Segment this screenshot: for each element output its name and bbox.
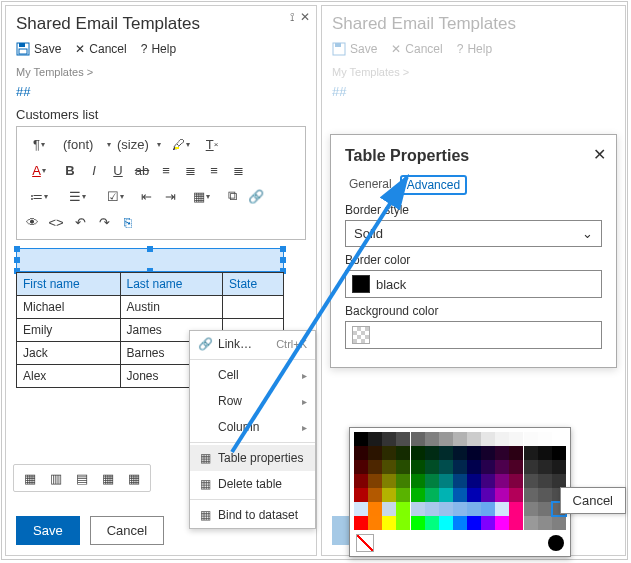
table-header[interactable]: State <box>223 273 284 296</box>
background-color-input[interactable] <box>345 321 602 349</box>
color-swatch[interactable] <box>467 432 481 446</box>
color-swatch[interactable] <box>453 460 467 474</box>
dialog-close-icon[interactable]: ✕ <box>593 145 606 164</box>
color-swatch[interactable] <box>524 432 538 446</box>
picker-cancel-button[interactable]: Cancel <box>560 487 626 514</box>
no-color-icon[interactable] <box>356 534 374 552</box>
color-swatch[interactable] <box>396 446 410 460</box>
color-swatch[interactable] <box>509 474 523 488</box>
color-swatch[interactable] <box>552 432 566 446</box>
color-swatch[interactable] <box>382 460 396 474</box>
bottom-cancel-button[interactable]: Cancel <box>90 516 164 545</box>
color-swatch[interactable] <box>425 516 439 530</box>
color-swatch[interactable] <box>396 460 410 474</box>
bold-button[interactable]: B <box>59 159 81 181</box>
color-swatch[interactable] <box>368 488 382 502</box>
color-swatch[interactable] <box>453 488 467 502</box>
font-color[interactable]: A▾ <box>21 159 57 181</box>
color-swatch[interactable] <box>509 516 523 530</box>
tab-general[interactable]: General <box>345 175 396 195</box>
table-tool-1-icon[interactable]: ▦ <box>20 469 40 487</box>
highlight-color[interactable]: 🖊▾ <box>163 133 199 155</box>
remove-link[interactable]: ⧉ <box>221 185 243 207</box>
color-swatch[interactable] <box>453 516 467 530</box>
strike-button[interactable]: ab <box>131 159 153 181</box>
color-swatch[interactable] <box>411 432 425 446</box>
insert-table[interactable]: ▦▾ <box>183 185 219 207</box>
color-swatch[interactable] <box>439 488 453 502</box>
color-swatch[interactable] <box>538 516 552 530</box>
color-swatch[interactable] <box>396 488 410 502</box>
ctx-delete-table[interactable]: ▦Delete table <box>190 471 315 497</box>
color-swatch[interactable] <box>495 446 509 460</box>
color-swatch[interactable] <box>425 460 439 474</box>
color-swatch[interactable] <box>538 474 552 488</box>
color-swatch[interactable] <box>509 502 523 516</box>
color-swatch[interactable] <box>481 432 495 446</box>
ctx-cell[interactable]: Cell▸ <box>190 362 315 388</box>
indent[interactable]: ⇥ <box>159 185 181 207</box>
color-swatch[interactable] <box>439 502 453 516</box>
checklist[interactable]: ☑▾ <box>97 185 133 207</box>
format-dropdown[interactable]: ¶▾ <box>21 133 57 155</box>
color-swatch[interactable] <box>396 432 410 446</box>
color-swatch[interactable] <box>467 474 481 488</box>
color-swatch[interactable] <box>368 516 382 530</box>
code-view[interactable]: <> <box>45 211 67 233</box>
color-swatch[interactable] <box>453 502 467 516</box>
undo-button[interactable]: ↶ <box>69 211 91 233</box>
color-swatch[interactable] <box>509 460 523 474</box>
cancel-button[interactable]: ✕ Cancel <box>75 42 126 56</box>
table-cell[interactable]: Alex <box>17 365 121 388</box>
table-header[interactable]: Last name <box>120 273 223 296</box>
color-swatch[interactable] <box>509 446 523 460</box>
color-swatch[interactable] <box>467 488 481 502</box>
table-tool-4-icon[interactable]: ▦ <box>98 469 118 487</box>
save-button[interactable]: Save <box>16 42 61 56</box>
ordered-list[interactable]: ≔▾ <box>21 185 57 207</box>
color-swatch[interactable] <box>439 516 453 530</box>
color-swatch[interactable] <box>354 516 368 530</box>
color-swatch[interactable] <box>509 488 523 502</box>
color-swatch[interactable] <box>368 446 382 460</box>
color-swatch[interactable] <box>354 502 368 516</box>
color-swatch[interactable] <box>467 446 481 460</box>
redo-button[interactable]: ↷ <box>93 211 115 233</box>
ctx-column[interactable]: Column▸ <box>190 414 315 440</box>
size-dropdown[interactable]: (size)▾ <box>113 133 161 155</box>
pin-icon[interactable]: ⟟ <box>290 10 294 24</box>
color-swatch[interactable] <box>495 516 509 530</box>
color-swatch[interactable] <box>524 460 538 474</box>
color-swatch[interactable] <box>495 502 509 516</box>
color-swatch[interactable] <box>382 516 396 530</box>
ctx-row[interactable]: Row▸ <box>190 388 315 414</box>
color-swatch[interactable] <box>354 488 368 502</box>
color-swatch[interactable] <box>509 432 523 446</box>
color-swatch[interactable] <box>524 474 538 488</box>
align-center[interactable]: ≣ <box>179 159 201 181</box>
color-swatch[interactable] <box>538 460 552 474</box>
color-swatch[interactable] <box>524 516 538 530</box>
color-swatch[interactable] <box>396 502 410 516</box>
ctx-table-properties[interactable]: ▦Table properties <box>190 445 315 471</box>
unordered-list[interactable]: ☰▾ <box>59 185 95 207</box>
ctx-link[interactable]: 🔗 Link… Ctrl+K <box>190 331 315 357</box>
align-left[interactable]: ≡ <box>155 159 177 181</box>
toggle-invisible[interactable]: 👁 <box>21 211 43 233</box>
align-right[interactable]: ≡ <box>203 159 225 181</box>
color-swatch[interactable] <box>439 460 453 474</box>
breadcrumb-r[interactable]: My Templates > <box>322 62 625 82</box>
color-swatch[interactable] <box>467 460 481 474</box>
align-justify[interactable]: ≣ <box>227 159 249 181</box>
color-swatch[interactable] <box>354 432 368 446</box>
color-swatch[interactable] <box>453 432 467 446</box>
color-swatch[interactable] <box>467 516 481 530</box>
color-swatch[interactable] <box>411 488 425 502</box>
color-swatch[interactable] <box>481 460 495 474</box>
clear-format[interactable]: T× <box>201 133 223 155</box>
table-cell[interactable]: Austin <box>120 296 223 319</box>
tab-advanced[interactable]: Advanced <box>400 175 467 195</box>
color-swatch[interactable] <box>382 474 396 488</box>
color-swatch[interactable] <box>382 502 396 516</box>
color-swatch[interactable] <box>453 474 467 488</box>
